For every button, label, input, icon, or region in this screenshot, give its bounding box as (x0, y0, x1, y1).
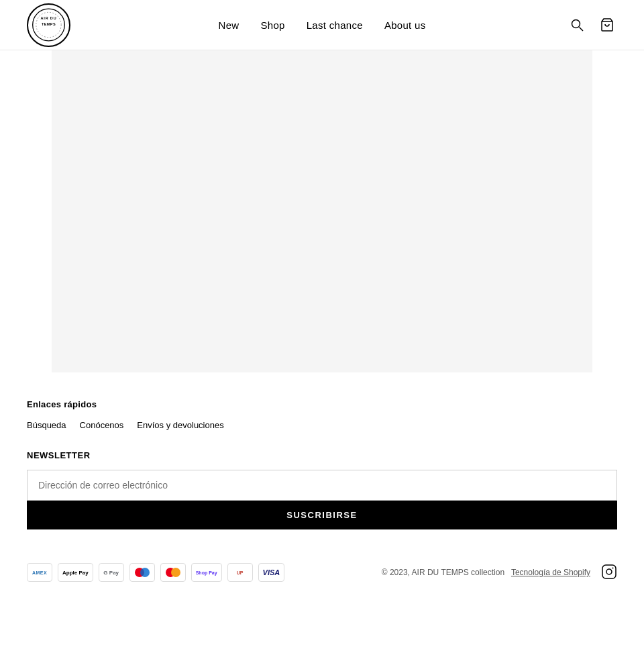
svg-point-4 (572, 20, 580, 28)
content-area (52, 50, 592, 372)
payment-mastercard (160, 563, 186, 582)
footer-link-conocenos[interactable]: Conócenos (80, 420, 124, 430)
search-button[interactable] (568, 15, 586, 34)
svg-line-5 (580, 28, 584, 32)
quick-links-section: Enlaces rápidos Búsqueda Conócenos Envío… (27, 399, 617, 430)
footer-link-busqueda[interactable]: Búsqueda (27, 420, 66, 430)
newsletter-section: NEWSLETTER SUSCRIBIRSE (27, 450, 617, 529)
copyright-text: © 2023, AIR DU TEMPS collection Tecnolog… (382, 568, 590, 577)
nav-item-new[interactable]: New (219, 19, 239, 31)
instagram-link[interactable] (601, 564, 617, 582)
payment-unionpay: UP (227, 563, 253, 582)
powered-by-shopify[interactable]: Tecnología de Shopify (511, 568, 590, 577)
payment-shopify: Shop Pay (191, 563, 222, 582)
svg-text:AIR DU: AIR DU (40, 16, 56, 20)
logo-circle: AIR DU TEMPS (27, 3, 70, 47)
footer-bottom: AMEX Apple Pay G Pay (27, 550, 617, 582)
footer-links: Búsqueda Conócenos Envíos y devoluciones (27, 420, 617, 430)
nav-item-about-us[interactable]: About us (384, 19, 426, 31)
footer-right: © 2023, AIR DU TEMPS collection Tecnolog… (382, 564, 617, 582)
payment-applepay: Apple Pay (58, 563, 93, 582)
newsletter-title: NEWSLETTER (27, 450, 617, 460)
newsletter-subscribe-button[interactable]: SUSCRIBIRSE (27, 501, 617, 529)
logo[interactable]: AIR DU TEMPS (27, 3, 70, 47)
footer-link-envios[interactable]: Envíos y devoluciones (137, 420, 223, 430)
site-footer: Enlaces rápidos Búsqueda Conócenos Envío… (0, 372, 644, 595)
main-nav: New Shop Last chance About us (219, 19, 426, 31)
svg-text:TEMPS: TEMPS (42, 22, 56, 26)
quick-links-title: Enlaces rápidos (27, 399, 617, 409)
svg-point-9 (612, 567, 614, 568)
svg-point-8 (606, 569, 612, 574)
payment-visa: VISA (258, 563, 285, 582)
newsletter-email-input[interactable] (27, 470, 617, 501)
nav-item-shop[interactable]: Shop (260, 19, 284, 31)
svg-rect-7 (602, 565, 616, 578)
cart-icon (600, 17, 614, 32)
payment-amex: AMEX (27, 563, 52, 582)
payment-icons: AMEX Apple Pay G Pay (27, 563, 284, 582)
cart-button[interactable] (597, 15, 617, 35)
header-icons (568, 15, 617, 35)
site-header: AIR DU TEMPS New Shop Last chance About … (0, 0, 644, 50)
payment-gpay: G Pay (99, 563, 124, 582)
instagram-icon (601, 564, 617, 580)
payment-maestro (129, 563, 155, 582)
nav-item-last-chance[interactable]: Last chance (307, 19, 363, 31)
main-content (0, 50, 644, 372)
search-icon (570, 18, 584, 32)
